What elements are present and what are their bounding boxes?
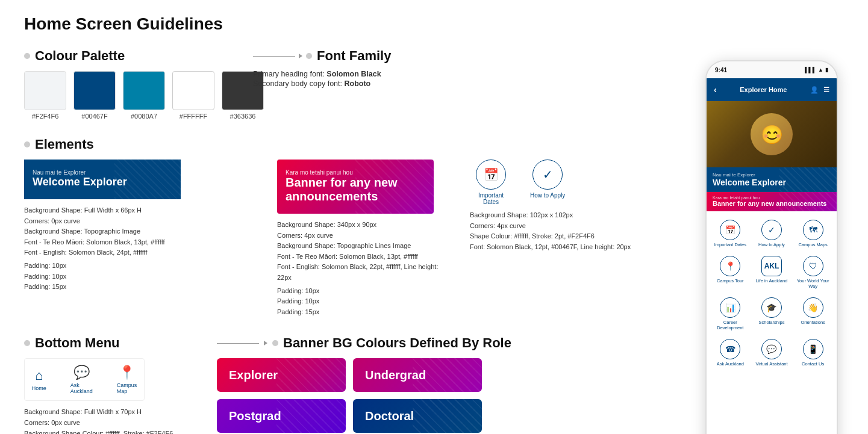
- swatch-box-f2f4f6: [24, 71, 66, 110]
- spec-a4: Font - Te Reo Māori: Solomon Black, 13pt…: [277, 252, 446, 262]
- swatch-box-ffffff: [172, 71, 214, 110]
- phone-hero-img: 😊: [707, 101, 837, 167]
- phone-announce-title: Banner for any new announcements: [713, 200, 831, 208]
- colour-palette-title: Colour Palette: [35, 48, 125, 64]
- nav-home: ⌂ Home: [32, 368, 46, 391]
- phone-virtual-label: Virtual Assistant: [755, 361, 787, 367]
- phone-grid-item-tour[interactable]: 📍 Campus Tour: [710, 252, 751, 293]
- how-to-apply-label: How to Apply: [530, 192, 565, 199]
- announce-title: Banner for any new announcements: [286, 176, 425, 203]
- phone-apply-label: How to Apply: [758, 242, 785, 247]
- role-banners-grid: Explorer Undergrad Postgrad Doctoral: [217, 358, 482, 433]
- nav-map: 📍 Campus Map: [117, 365, 137, 394]
- phone-maps-icon: 🗺: [803, 220, 823, 240]
- swatch-00467f: #00467F: [73, 71, 116, 120]
- phone-mockup: 9:41 ▌▌▌ ▲ ▮ ‹ Explorer Home 👤 ☰: [705, 60, 838, 434]
- phone-grid-item-maps[interactable]: 🗺 Campus Maps: [793, 216, 833, 251]
- banner-colours-section: Banner BG Colours Defined By Role Explor…: [217, 335, 723, 434]
- phone-grid-item-orientations[interactable]: 👋 Orientations: [793, 294, 833, 334]
- phone-announce-sub: Kara mo tetahi panui hou: [713, 196, 831, 200]
- spec-a1: Background Shape: 340px x 90px: [277, 220, 446, 231]
- phone-announcement: Kara mo tetahi panui hou Banner for any …: [707, 192, 837, 211]
- phone-world-label: Your World Your Way: [794, 278, 832, 289]
- phone-akl-label: Life in Auckland: [756, 278, 788, 284]
- arrow-line: [253, 56, 295, 57]
- phone-welcome-title: Welcome Explorer: [713, 178, 831, 187]
- campus-map-icon: 📍: [119, 365, 135, 380]
- announcement-banner: Kara mo tetahi panui hou Banner for any …: [277, 160, 434, 214]
- role-doctoral-label: Doctoral: [365, 409, 414, 423]
- role-postgrad-label: Postgrad: [229, 409, 281, 423]
- elements-right: 📅 Important Dates ✓ How to Apply Backgro…: [470, 160, 651, 317]
- role-undergrad-label: Undergrad: [365, 368, 426, 382]
- important-dates-label: Important Dates: [470, 192, 512, 205]
- phone-scholarships-icon: 🎓: [761, 297, 782, 318]
- spec-bm1: Background Shape: Full Width x 70px H: [24, 407, 193, 418]
- phone-dates-label: Important Dates: [714, 242, 746, 247]
- phone-grid-item-career[interactable]: 📊 Career Development: [710, 294, 751, 334]
- spec-bm3: Background Shape Colour: #ffffff, Stroke…: [24, 429, 193, 434]
- phone-grid-item-dates[interactable]: 📅 Important Dates: [710, 216, 751, 251]
- left-panel: Colour Palette #F2F4F6 #00467F: [24, 48, 723, 434]
- phone-virtual-icon: 💬: [761, 339, 782, 359]
- font-family-header: Font Family: [306, 48, 391, 64]
- spec-a6: Padding: 10px: [277, 286, 446, 297]
- welcome-specs: Background Shape: Full Width x 66px H Co…: [24, 205, 253, 293]
- phone-grid-item-contact[interactable]: 📱 Contact Us: [793, 335, 833, 370]
- role-banner-postgrad: Postgrad: [217, 399, 346, 433]
- phone-nav-actions: 👤 ☰: [810, 86, 829, 94]
- phone-apply-icon: ✓: [761, 220, 782, 240]
- welcome-banner: Nau mai te Explorer Welcome Explorer: [24, 160, 181, 199]
- bottom-menu-specs: Background Shape: Full Width x 70px H Co…: [24, 407, 193, 434]
- spec-w8: Padding: 15px: [24, 282, 253, 293]
- banner-colours-header-row: Banner BG Colours Defined By Role: [217, 335, 723, 351]
- phone-orientations-icon: 👋: [803, 297, 823, 318]
- phone-akl-icon: AKL: [761, 256, 782, 276]
- swatch-box-0080a7: [123, 71, 165, 110]
- spec-a2: Corners: 4px curve: [277, 231, 446, 241]
- announce-subtitle: Kara mo tetahi panui hou: [286, 169, 425, 176]
- ask-auckland-icon: 💬: [73, 365, 90, 380]
- phone-maps-label: Campus Maps: [798, 242, 827, 247]
- spec-bm2: Corners: 0px curve: [24, 418, 193, 429]
- nav-ask: 💬 Ask Auckland: [70, 365, 93, 394]
- swatch-ffffff: #FFFFFF: [172, 71, 214, 120]
- banner-arrow-tri: [264, 341, 267, 346]
- phone-grid-item-virtual[interactable]: 💬 Virtual Assistant: [752, 335, 792, 370]
- phone-back-icon[interactable]: ‹: [714, 85, 717, 95]
- spec-i1: Background Shape: 102px x 102px: [470, 210, 651, 221]
- role-banner-explorer: Explorer: [217, 358, 346, 392]
- swatch-label-363636: #363636: [230, 113, 256, 120]
- spec-i3: Shape Colour: #ffffff, Stroke: 2pt, #F2F…: [470, 231, 651, 242]
- phone-world-icon: 🛡: [803, 256, 823, 276]
- font-primary-line: Primary heading font: Solomon Black: [253, 70, 446, 78]
- phone-grid-item-world[interactable]: 🛡 Your World Your Way: [793, 252, 833, 293]
- spec-w2: Corners: 0px curve: [24, 216, 253, 227]
- phone-scholarships-label: Scholarships: [759, 320, 785, 325]
- phone-grid-item-ask[interactable]: ☎ Ask Auckland: [710, 335, 751, 370]
- battery-icon: ▮: [825, 67, 828, 73]
- phone-dates-icon: 📅: [720, 220, 740, 240]
- icon-btn-apply: ✓ How to Apply: [530, 160, 565, 205]
- phone-grid-item-apply[interactable]: ✓ How to Apply: [752, 216, 792, 251]
- how-to-apply-icon: ✓: [532, 160, 563, 190]
- phone-career-label: Career Development: [711, 320, 749, 330]
- phone-nav-bar: ‹ Explorer Home 👤 ☰: [707, 78, 837, 101]
- swatch-label-0080a7: #0080A7: [131, 113, 157, 120]
- phone-user-icon[interactable]: 👤: [810, 86, 819, 94]
- phone-menu-icon[interactable]: ☰: [823, 86, 829, 94]
- spec-w1: Background Shape: Full Width x 66px H: [24, 205, 253, 216]
- signal-icon: ▌▌▌: [805, 67, 816, 73]
- role-banner-doctoral: Doctoral: [353, 399, 482, 433]
- phone-time: 9:41: [715, 67, 727, 73]
- ask-auckland-nav-label: Ask Auckland: [70, 382, 93, 394]
- spec-a7: Padding: 10px: [277, 296, 446, 307]
- phone-grid-item-scholarships[interactable]: 🎓 Scholarships: [752, 294, 792, 334]
- wifi-icon: ▲: [818, 67, 823, 73]
- spec-i2: Corners: 4px curve: [470, 221, 651, 232]
- banner-colours-title: Banner BG Colours Defined By Role: [283, 335, 511, 351]
- elements-area: Nau mai te Explorer Welcome Explorer Bac…: [24, 160, 723, 317]
- phone-career-icon: 📊: [720, 297, 740, 318]
- swatch-label-f2f4f6: #F2F4F6: [32, 113, 59, 120]
- phone-grid-item-akl[interactable]: AKL Life in Auckland: [752, 252, 792, 293]
